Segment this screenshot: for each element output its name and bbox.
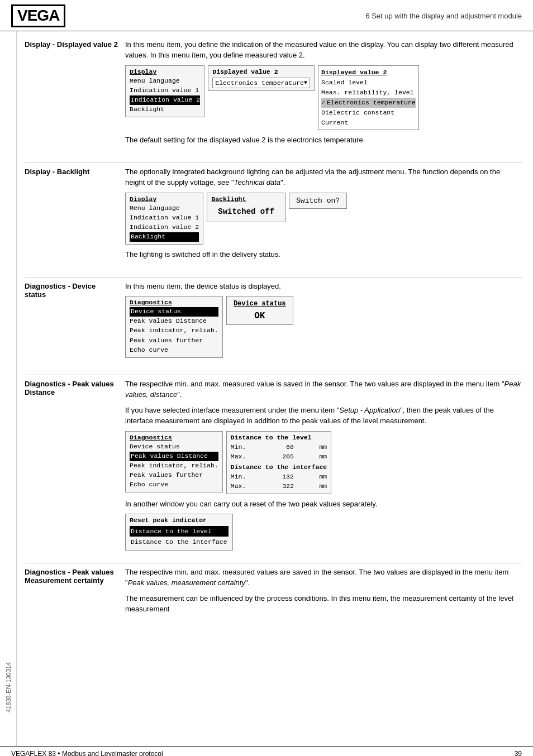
level-max-val: 265 bbox=[272, 452, 294, 461]
reset-item-interface[interactable]: Distance to the interface bbox=[130, 537, 229, 547]
left-sidebar: 41838-EN-130314 bbox=[0, 31, 17, 746]
peak-values-italic: Peak values, distance bbox=[125, 380, 521, 399]
backlight-body1: The optionally integrated background lig… bbox=[125, 166, 522, 188]
display-menu-box: Display Menu language Indication value 1… bbox=[125, 65, 204, 117]
list-scaled[interactable]: Scaled level bbox=[321, 78, 416, 88]
section-label-peak-certainty: Diagnostics - Peak valuesMeasurement cer… bbox=[25, 567, 125, 585]
interface-header: Distance to the interface bbox=[231, 463, 327, 471]
diag2-peak-dist[interactable]: Peak values Distance bbox=[130, 452, 218, 461]
main-content: 41838-EN-130314 Display - Displayed valu… bbox=[0, 31, 533, 746]
backlight-mockup: Display Menu language Indication value 1… bbox=[125, 193, 522, 245]
bl-menu-language: Menu language bbox=[130, 204, 199, 213]
list-title: Displayed value 2 bbox=[321, 68, 416, 78]
page-header: VEGA 6 Set up with the display and adjus… bbox=[0, 0, 533, 31]
display-value2-body2: The default setting for the displayed va… bbox=[125, 135, 522, 146]
section-backlight: Display - Backlight The optionally integ… bbox=[25, 166, 522, 265]
diag-peak-reliab[interactable]: Peak indicator, reliab. bbox=[130, 326, 218, 336]
interface-max-unit: mm bbox=[319, 481, 327, 491]
switch-on-box[interactable]: Switch on? bbox=[289, 193, 347, 209]
menu-item-ind2[interactable]: Indication value 2 bbox=[130, 95, 200, 105]
section-label-backlight: Display - Backlight bbox=[25, 166, 125, 176]
backlight-value-box: Backlight Switched off bbox=[207, 193, 285, 222]
setup-application-italic: Setup - Application bbox=[339, 406, 400, 414]
distance-panel: Distance to the level Min. 68 mm Max. 26… bbox=[226, 431, 332, 494]
section-content-peak-certainty: The respective min. and max. measured va… bbox=[125, 567, 522, 619]
diag2-echo[interactable]: Echo curve bbox=[130, 480, 218, 490]
backlight-label: Backlight bbox=[211, 195, 281, 203]
display-menu-title: Display bbox=[130, 68, 200, 75]
dropdown-select[interactable]: Electronics temperature ▼ bbox=[212, 78, 310, 88]
bl-menu-ind1: Indication value 1 bbox=[130, 213, 199, 223]
dropdown-label: Displayed value 2 bbox=[212, 68, 310, 75]
level-header: Distance to the level bbox=[231, 434, 327, 441]
diag-echo[interactable]: Echo curve bbox=[130, 346, 218, 355]
display-list-box: Displayed value 2 Scaled level Meas. rel… bbox=[318, 65, 419, 131]
interface-min-unit: mm bbox=[319, 472, 327, 481]
display-value2-body1: In this menu item, you define the indica… bbox=[125, 39, 522, 61]
section-content-device-status: In this menu item, the device status is … bbox=[125, 281, 522, 362]
bl-menu-backlight[interactable]: Backlight bbox=[130, 232, 199, 242]
interface-min-row: Min. 132 mm bbox=[231, 472, 327, 481]
section-label-device-status: Diagnostics - Devicestatus bbox=[25, 281, 125, 299]
display-value2-mockup: Display Menu language Indication value 1… bbox=[125, 65, 522, 131]
interface-min-label: Min. bbox=[231, 472, 246, 481]
list-dielectric[interactable]: Dielectric constant bbox=[321, 108, 416, 118]
diagnostics-menu-title: Diagnostics bbox=[130, 299, 218, 306]
device-status-value: OK bbox=[232, 311, 287, 321]
reset-peak-box: Reset peak indicator Distance to the lev… bbox=[125, 514, 233, 551]
reset-peak-container: Reset peak indicator Distance to the lev… bbox=[125, 514, 522, 551]
chapter-title: 6 Set up with the display and adjustment… bbox=[365, 12, 522, 20]
device-status-mockup: Diagnostics Device status Peak values Di… bbox=[125, 296, 522, 357]
section-peak-certainty: Diagnostics - Peak valuesMeasurement cer… bbox=[25, 567, 522, 619]
interface-max-label: Max. bbox=[231, 481, 246, 491]
reset-item-level[interactable]: Distance to the level bbox=[130, 526, 229, 537]
bl-menu-ind2: Indication value 2 bbox=[130, 223, 199, 232]
peak-certainty-body1: The respective min. and max. measured va… bbox=[125, 567, 522, 588]
section-content-display-value2: In this menu item, you define the indica… bbox=[125, 39, 522, 150]
list-current[interactable]: Current bbox=[321, 118, 416, 128]
logo: VEGA bbox=[11, 4, 65, 27]
diag-peak-dist[interactable]: Peak values Distance bbox=[130, 317, 218, 326]
diag2-device-status[interactable]: Device status bbox=[130, 442, 218, 452]
dropdown-arrow-icon: ▼ bbox=[304, 80, 307, 86]
interface-min-val: 132 bbox=[272, 472, 294, 481]
backlight-menu-box: Display Menu language Indication value 1… bbox=[125, 193, 203, 245]
diagnostics-menu-title-2: Diagnostics bbox=[130, 434, 218, 441]
interface-max-val: 322 bbox=[272, 481, 294, 491]
reset-title: Reset peak indicator bbox=[130, 516, 229, 524]
backlight-body2: The lighting is switched off in the deli… bbox=[125, 249, 522, 260]
peak-certainty-body2: The measurement can be influenced by the… bbox=[125, 593, 522, 615]
peak-certainty-italic: Peak values, measurement certainty bbox=[128, 578, 245, 587]
level-min-unit: mm bbox=[319, 442, 327, 452]
list-meas[interactable]: Meas. reliability, level bbox=[321, 88, 416, 98]
device-status-label: Device status bbox=[232, 300, 287, 308]
dropdown-value: Electronics temperature bbox=[215, 79, 304, 87]
level-min-label: Min. bbox=[231, 442, 246, 452]
main-body: Display - Displayed value 2 In this menu… bbox=[17, 31, 533, 746]
peak-distance-label: Diagnostics - Peak valuesDistance bbox=[25, 380, 114, 396]
backlight-value: Switched off bbox=[211, 204, 281, 219]
section-device-status: Diagnostics - Devicestatus In this menu … bbox=[25, 281, 522, 362]
menu-item-language: Menu language bbox=[130, 76, 200, 86]
level-max-label: Max. bbox=[231, 452, 246, 461]
peak-distance-body1: The respective min. and max. measured va… bbox=[125, 379, 522, 400]
footer-product: VEGAFLEX 83 • Modbus and Levelmaster pro… bbox=[11, 750, 163, 756]
peak-distance-body3: In another window you can carry out a re… bbox=[125, 499, 522, 510]
diag-device-status-item[interactable]: Device status bbox=[130, 307, 218, 317]
technical-data-link: Technical data bbox=[234, 178, 280, 186]
diag2-peak-reliab[interactable]: Peak indicator, reliab. bbox=[130, 461, 218, 471]
diagnostics-menu-box-2: Diagnostics Device status Peak values Di… bbox=[125, 431, 223, 492]
diag-device-label: Diagnostics - Devicestatus bbox=[25, 282, 96, 299]
list-electronics[interactable]: Electronics temperature bbox=[321, 98, 416, 108]
diagnostics-menu-box: Diagnostics Device status Peak values Di… bbox=[125, 296, 223, 357]
backlight-menu-title: Display bbox=[130, 195, 199, 203]
diag-peak-further[interactable]: Peak values further bbox=[130, 336, 218, 346]
diag2-peak-further[interactable]: Peak values further bbox=[130, 471, 218, 480]
page-footer: VEGAFLEX 83 • Modbus and Levelmaster pro… bbox=[0, 746, 533, 756]
footer-page-number: 39 bbox=[515, 750, 522, 756]
section-content-backlight: The optionally integrated background lig… bbox=[125, 166, 522, 265]
device-status-box: Device status OK bbox=[226, 296, 293, 325]
level-min-row: Min. 68 mm bbox=[231, 442, 327, 452]
section-display-value2: Display - Displayed value 2 In this menu… bbox=[25, 39, 522, 150]
peak-certainty-label: Diagnostics - Peak valuesMeasurement cer… bbox=[25, 568, 114, 585]
